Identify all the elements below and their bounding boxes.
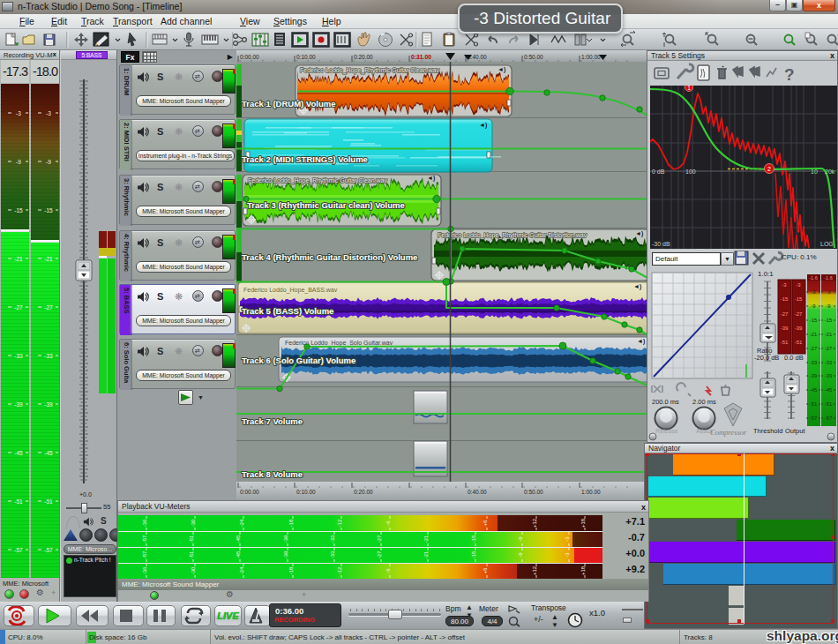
svg-text:Output: Output	[785, 427, 805, 435]
svg-text:2.00 ms: 2.00 ms	[692, 398, 716, 406]
svg-text:Compressor: Compressor	[710, 428, 747, 437]
svg-text:-45: -45	[825, 387, 832, 393]
svg-text:-27: -27	[795, 311, 803, 317]
svg-text:100: 100	[685, 168, 696, 175]
svg-text:-15: -15	[781, 296, 789, 302]
svg-text:Track 4 (Rhythmic Guitar Disto: Track 4 (Rhythmic Guitar Distortion) Vol…	[242, 252, 417, 262]
svg-text:-15: -15	[795, 296, 803, 302]
svg-text:Release: Release	[655, 428, 678, 434]
svg-text:1:00.00: 1:00.00	[581, 54, 601, 60]
svg-text:200.0 ms: 200.0 ms	[652, 398, 679, 406]
svg-text:Track 7 Volume: Track 7 Volume	[242, 416, 303, 426]
svg-text:LOG: LOG	[820, 241, 834, 247]
svg-text:-3: -3	[782, 282, 787, 288]
svg-text:-9: -9	[16, 159, 21, 165]
svg-text:-39: -39	[14, 401, 23, 408]
svg-text:-27: -27	[14, 304, 23, 311]
svg-text:Federico Loddo_Hope_Rhythmic G: Federico Loddo_Hope_Rhythmic Guitar Dist…	[438, 232, 587, 239]
svg-text:Federico Loddo_Hope_BASS.wav: Federico Loddo_Hope_BASS.wav	[243, 287, 338, 294]
svg-text:0:00.00: 0:00.00	[240, 489, 259, 495]
svg-text:0:10.00: 0:10.00	[296, 54, 316, 60]
svg-text:◄): ◄)	[635, 230, 643, 237]
svg-text:1:00.00: 1:00.00	[581, 489, 601, 495]
svg-text:Track 6 (Solo Guitar) Volume: Track 6 (Solo Guitar) Volume	[242, 356, 355, 365]
svg-text:-39: -39	[795, 326, 803, 331]
svg-text:-39: -39	[810, 373, 817, 378]
svg-text:-33: -33	[825, 360, 832, 365]
svg-text:-51: -51	[825, 401, 832, 407]
svg-text:-21: -21	[14, 256, 23, 262]
svg-text:Federico Loddo_Hope_Rhythmic G: Federico Loddo_Hope_Rhythmic Guitar Clea…	[248, 177, 387, 184]
svg-text:-3: -3	[46, 110, 51, 116]
svg-text:-51: -51	[44, 498, 53, 505]
svg-text:-39: -39	[825, 373, 832, 378]
svg-text:0:10.00: 0:10.00	[296, 489, 316, 495]
svg-text:-57: -57	[14, 547, 23, 553]
svg-text:-27: -27	[44, 304, 53, 311]
svg-text:-9: -9	[811, 303, 815, 309]
svg-text:0:20.00: 0:20.00	[354, 54, 373, 60]
svg-text:-57: -57	[44, 547, 53, 553]
svg-text:Track 5 (BASS) Volume: Track 5 (BASS) Volume	[242, 306, 333, 316]
svg-text:-57: -57	[825, 416, 832, 421]
svg-text:Track 8 Volume: Track 8 Volume	[242, 469, 303, 479]
svg-text:◄): ◄)	[498, 66, 505, 73]
svg-text:-33: -33	[810, 360, 817, 365]
svg-text:0:40.00: 0:40.00	[468, 489, 487, 495]
svg-text:-3: -3	[826, 289, 830, 295]
svg-text:-9: -9	[46, 159, 51, 165]
svg-text:-15: -15	[825, 318, 832, 323]
svg-text:-9: -9	[826, 303, 830, 309]
svg-text:-21: -21	[810, 332, 817, 337]
svg-text:-51: -51	[795, 340, 803, 345]
svg-text:1.0:1: 1.0:1	[758, 270, 774, 278]
svg-text:-57: -57	[810, 416, 817, 421]
svg-text:-1.6: -1.6	[809, 275, 817, 281]
svg-text:0:20.00: 0:20.00	[354, 489, 373, 495]
svg-text:Track 2 (MIDI STRINGS) Volume: Track 2 (MIDI STRINGS) Volume	[242, 154, 368, 164]
svg-text:Track 1 (DRUM) Volume: Track 1 (DRUM) Volume	[242, 99, 335, 109]
svg-text:◄): ◄)	[633, 283, 641, 290]
svg-text:Federico Loddo_Hope_Rhythmic G: Federico Loddo_Hope_Rhythmic Guitar Clea…	[300, 67, 439, 74]
svg-text:1: 1	[687, 86, 691, 91]
svg-text:-33: -33	[14, 353, 23, 359]
svg-text:-39: -39	[44, 401, 53, 408]
svg-text:◄): ◄)	[427, 175, 435, 182]
svg-text:2: 2	[767, 166, 771, 172]
svg-text:20k: 20k	[825, 168, 835, 175]
svg-text:Track 3 (Rhythmic Guitar clean: Track 3 (Rhythmic Guitar clean) Volume	[247, 200, 405, 210]
svg-text:-21: -21	[825, 332, 832, 337]
svg-text:-27: -27	[825, 346, 832, 351]
svg-text:0:50.00: 0:50.00	[524, 489, 543, 495]
svg-text:-39: -39	[781, 326, 789, 331]
svg-text:-15: -15	[44, 207, 53, 213]
svg-text:-3: -3	[16, 110, 21, 116]
svg-text:Threshold: Threshold	[753, 427, 782, 435]
svg-text:◄): ◄)	[637, 338, 645, 345]
svg-text:-15: -15	[14, 207, 23, 213]
svg-text:10: 10	[811, 168, 818, 175]
svg-text:-3: -3	[796, 282, 801, 288]
svg-text:?: ?	[784, 65, 795, 84]
svg-text:-27: -27	[781, 311, 789, 317]
svg-text:◄): ◄)	[479, 122, 487, 129]
svg-text:0:31.00: 0:31.00	[411, 54, 431, 60]
svg-text:-45: -45	[14, 450, 23, 456]
svg-text:-20.0 dB: -20.0 dB	[754, 354, 779, 362]
svg-text:0.0 dB: 0.0 dB	[784, 354, 804, 362]
svg-text:-27: -27	[810, 346, 817, 351]
svg-text:-3: -3	[811, 289, 815, 295]
svg-text:0:00.00: 0:00.00	[240, 54, 259, 60]
svg-text:-51: -51	[14, 498, 23, 505]
svg-text:-51: -51	[781, 340, 789, 345]
svg-text:-33: -33	[44, 353, 53, 359]
svg-text:0:50.00: 0:50.00	[524, 54, 543, 60]
svg-text:-45: -45	[810, 387, 817, 393]
svg-text:-15: -15	[810, 318, 817, 323]
svg-text:-21: -21	[44, 256, 53, 262]
svg-text:-1.6: -1.6	[824, 275, 832, 281]
svg-text:-30 dB: -30 dB	[652, 241, 670, 247]
svg-text:0 dB: 0 dB	[652, 168, 665, 175]
svg-text:-51: -51	[810, 401, 817, 407]
svg-text:-45: -45	[44, 450, 53, 456]
